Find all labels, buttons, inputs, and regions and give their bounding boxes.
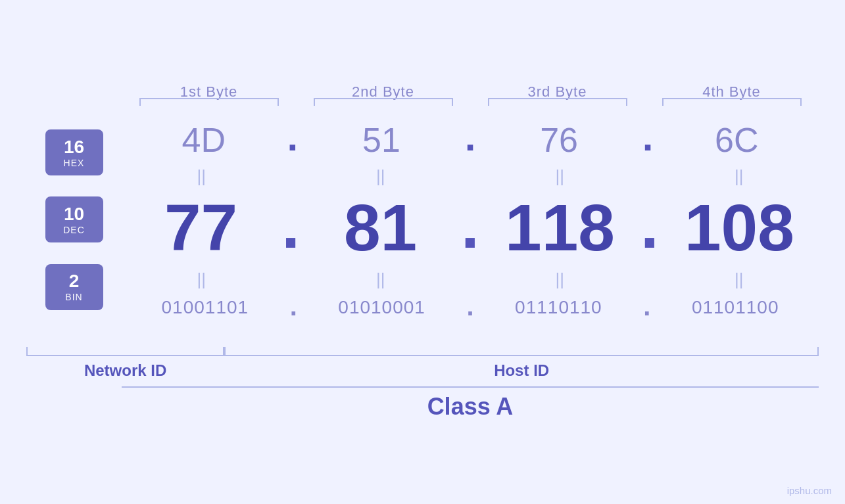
bin-val-1: 01001101 — [122, 297, 289, 318]
eq-1-2: || — [301, 166, 461, 186]
dot-bin-1: . — [289, 293, 299, 322]
dot-2: . — [464, 118, 477, 162]
network-id-label: Network ID — [26, 356, 224, 380]
bracket-top-4 — [662, 98, 802, 106]
dot-bin-2: . — [465, 293, 475, 322]
bin-val-3: 01110110 — [475, 297, 642, 318]
eq-2-4: || — [660, 269, 819, 289]
hex-val-3: 76 — [477, 120, 641, 160]
network-id-bracket: Network ID — [26, 347, 224, 380]
byte-label-1: 1st Byte — [122, 83, 296, 106]
bin-badge: 2 BIN — [45, 264, 103, 310]
network-bracket-line — [26, 347, 224, 356]
class-line — [122, 386, 819, 388]
header-row: 1st Byte 2nd Byte 3rd Byte 4th Byte — [26, 83, 819, 106]
hex-val-1: 4D — [122, 120, 286, 160]
dec-val-2: 81 — [301, 190, 460, 265]
dot-3: . — [641, 118, 655, 162]
dec-val-3: 118 — [481, 190, 639, 265]
dec-val-4: 108 — [660, 190, 819, 265]
byte-label-2: 2nd Byte — [296, 83, 470, 106]
eq-1-4: || — [660, 166, 819, 186]
equals-row-2: || || || || — [122, 268, 819, 290]
byte-label-4: 4th Byte — [644, 83, 819, 106]
byte-label-3: 3rd Byte — [470, 83, 644, 106]
bin-val-4: 01101100 — [652, 297, 819, 318]
eq-1-1: || — [122, 166, 281, 186]
labels-col: 16 HEX 10 DEC 2 BIN — [26, 106, 122, 334]
bracket-top-2 — [314, 98, 453, 106]
values-grid: 4D . 51 . 76 . 6C || || || || 77 — [122, 106, 819, 334]
host-id-label: Host ID — [224, 356, 819, 380]
bracket-top-1 — [139, 98, 279, 106]
dec-badge: 10 DEC — [45, 196, 103, 242]
bottom-brackets-area: Network ID Host ID — [26, 334, 819, 380]
equals-row-1: || || || || — [122, 165, 819, 187]
bin-val-2: 01010001 — [299, 297, 466, 318]
host-id-bracket: Host ID — [224, 347, 819, 380]
class-row: Class A — [26, 386, 819, 421]
eq-2-3: || — [480, 269, 640, 289]
dot-bin-3: . — [642, 293, 652, 322]
dot-dec-1: . — [280, 192, 301, 265]
main-container: 1st Byte 2nd Byte 3rd Byte 4th Byte 16 H… — [0, 0, 845, 504]
dot-1: . — [286, 118, 300, 162]
host-bracket-line — [224, 347, 819, 356]
hex-val-2: 51 — [299, 120, 464, 160]
hex-row: 4D . 51 . 76 . 6C — [122, 106, 819, 165]
main-area: 16 HEX 10 DEC 2 BIN 4D . 51 . 76 . 6C — [26, 106, 819, 334]
hex-val-4: 6C — [655, 120, 819, 160]
dec-val-1: 77 — [122, 190, 280, 265]
eq-2-2: || — [301, 269, 461, 289]
bin-row: 01001101 . 01010001 . 01110110 . 0110110… — [122, 290, 819, 334]
hex-badge: 16 HEX — [45, 129, 103, 175]
dec-row: 77 . 81 . 118 . 108 — [122, 187, 819, 268]
dot-dec-2: . — [460, 192, 481, 265]
eq-2-1: || — [122, 269, 281, 289]
eq-1-3: || — [480, 166, 640, 186]
bracket-top-3 — [488, 98, 627, 106]
dot-dec-3: . — [639, 192, 660, 265]
watermark: ipshu.com — [787, 485, 832, 496]
class-label: Class A — [122, 393, 819, 421]
